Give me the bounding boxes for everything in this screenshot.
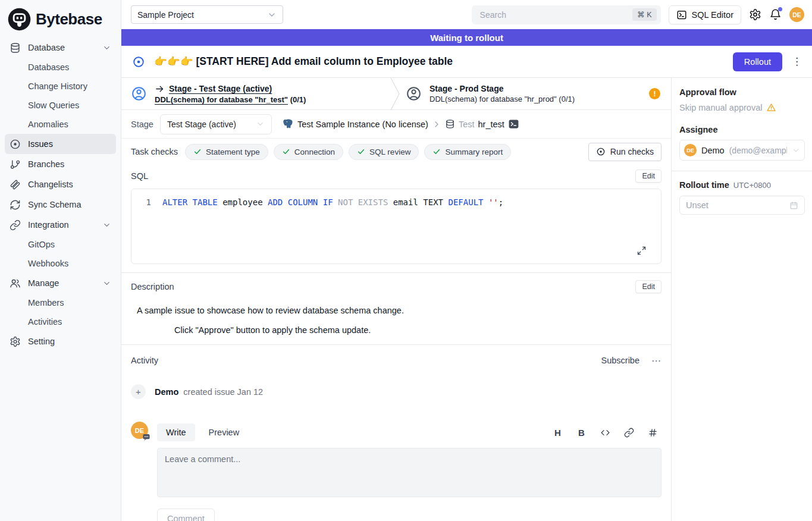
check-icon: [432, 147, 441, 156]
project-select-value: Sample Project: [137, 10, 194, 20]
rollout-time-input[interactable]: Unset: [679, 196, 805, 215]
branch-icon: [10, 159, 21, 170]
comment-submit-button[interactable]: Comment: [157, 509, 215, 521]
task-check-summary-report[interactable]: Summary report: [424, 144, 511, 160]
database-link[interactable]: hr_test: [478, 120, 504, 129]
description-edit-button[interactable]: Edit: [635, 280, 661, 293]
activity-item: + Demo created issue Jan 12: [131, 384, 661, 399]
expand-icon[interactable]: [637, 246, 647, 256]
sidebar-item-changelists[interactable]: Changelists: [5, 174, 116, 194]
warning-triangle-icon: [766, 102, 776, 112]
check-icon: [193, 147, 202, 156]
center-column: Stage - Test Stage (active) DDL(schema) …: [121, 78, 671, 521]
sidebar-item-label: Issues: [28, 139, 111, 149]
panel-divider: [672, 171, 812, 171]
subscribe-button[interactable]: Subscribe: [601, 356, 639, 365]
sql-editor[interactable]: 1 ALTER TABLE employee ADD COLUMN IF NOT…: [131, 189, 661, 264]
description-body: A sample issue to showcase how to review…: [131, 306, 661, 335]
user-avatar[interactable]: DE: [789, 7, 804, 22]
description-label: Description: [131, 282, 174, 291]
instance-link[interactable]: Test Sample Instance (No license): [297, 120, 428, 129]
sidebar-item-label: Integration: [28, 220, 102, 230]
chevron-right-icon: [432, 120, 441, 129]
sidebar-item-change-history[interactable]: Change History: [5, 77, 116, 96]
sidebar-item-label: Activities: [28, 317, 111, 327]
sidebar-item-label: Setting: [28, 337, 111, 346]
activity-menu-icon[interactable]: ⋯: [651, 355, 661, 366]
kebab-menu-icon[interactable]: ⋮: [792, 55, 802, 68]
activity-label: Activity: [131, 356, 158, 365]
bytebase-logo[interactable]: Bytebase: [5, 5, 116, 37]
sidebar-item-label: Manage: [28, 278, 102, 288]
task-check-sql-review[interactable]: SQL review: [349, 144, 419, 160]
rollout-time-title: Rollout time UTC+0800: [679, 180, 805, 190]
status-banner: Waiting to rollout: [121, 29, 812, 46]
stage-person-icon: [406, 86, 422, 102]
hash-icon[interactable]: [648, 428, 658, 438]
sidebar-item-gitops[interactable]: GitOps: [5, 235, 116, 254]
bold-icon[interactable]: B: [576, 428, 587, 438]
sidebar-item-branches[interactable]: Branches: [5, 154, 116, 174]
code-icon[interactable]: [600, 428, 610, 438]
sidebar-item-slow-queries[interactable]: Slow Queries: [5, 96, 116, 115]
issue-title: 👉👉👉 [START HERE] Add email column to Emp…: [154, 55, 453, 68]
sidebar-item-label: Sync Schema: [28, 200, 111, 209]
chevron-down-icon: [256, 120, 265, 128]
sidebar-item-setting[interactable]: Setting: [5, 331, 116, 351]
sidebar-item-databases[interactable]: Databases: [5, 58, 116, 77]
bell-glyph: [769, 13, 782, 23]
sidebar-item-anomalies[interactable]: Anomalies: [5, 115, 116, 134]
sidebar-item-integration[interactable]: Integration: [5, 215, 116, 235]
comment-input[interactable]: [157, 448, 661, 497]
sidebar-item-activities[interactable]: Activities: [5, 312, 116, 331]
task-check-connection[interactable]: Connection: [274, 144, 343, 160]
search-box[interactable]: ⌘ K: [472, 5, 661, 24]
sql-edit-button[interactable]: Edit: [635, 170, 661, 183]
notification-dot: [778, 7, 782, 11]
stage-card-prod[interactable]: Stage - Prod Stage DDL(schema) for datab…: [400, 78, 671, 109]
stage-select-value: Test Stage (active): [167, 120, 236, 129]
sidebar-item-issues[interactable]: Issues: [5, 134, 116, 154]
task-check-statement-type[interactable]: Statement type: [185, 144, 268, 160]
sidebar-item-webhooks[interactable]: Webhooks: [5, 254, 116, 273]
tab-preview[interactable]: Preview: [200, 423, 249, 441]
search-input[interactable]: [479, 10, 633, 20]
description-paragraph: A sample issue to showcase how to review…: [137, 306, 661, 315]
chevron-down-icon: [792, 146, 800, 155]
project-select[interactable]: Sample Project: [131, 5, 283, 24]
open-sql-editor-icon[interactable]: [508, 118, 519, 130]
gear-icon[interactable]: [749, 8, 761, 21]
bytebase-logo-icon: [7, 7, 32, 32]
sidebar-item-label: GitOps: [28, 240, 111, 249]
tab-write[interactable]: Write: [157, 423, 195, 441]
stage-task[interactable]: DDL(schema) for database "hr_test": [155, 95, 288, 104]
changelist-icon: [10, 179, 21, 190]
link-icon[interactable]: [624, 428, 634, 438]
sidebar-item-members[interactable]: Members: [5, 293, 116, 312]
sql-section: SQL Edit 1 ALTER TABLE employee ADD COLU…: [121, 165, 671, 272]
stage-select[interactable]: Test Stage (active): [160, 114, 272, 134]
check-icon: [357, 147, 365, 156]
sidebar-item-label: Database: [28, 43, 102, 52]
main-column: Sample Project ⌘ K SQL Editor DE Waiting…: [121, 0, 812, 521]
task-checks-label: Task checks: [131, 147, 178, 156]
bell-icon[interactable]: [769, 8, 782, 21]
sidebar-item-sync-schema[interactable]: Sync Schema: [5, 194, 116, 215]
heading-icon[interactable]: H: [553, 428, 563, 438]
sidebar-item-database[interactable]: Database: [5, 37, 116, 58]
sidebar-item-manage[interactable]: Manage: [5, 273, 116, 293]
comment-editor: DE Write Preview HB Comment: [131, 422, 661, 521]
link-icon: [10, 219, 21, 231]
rollout-button[interactable]: Rollout: [733, 52, 782, 71]
approval-flow-value: Skip manual approval: [679, 102, 805, 112]
chevron-down-icon: [102, 43, 111, 52]
stage-card-test[interactable]: Stage - Test Stage (active) DDL(schema) …: [121, 78, 390, 109]
sql-editor-button[interactable]: SQL Editor: [669, 5, 741, 24]
sidebar-nav: DatabaseDatabasesChange HistorySlow Quer…: [5, 37, 116, 351]
assignee-select[interactable]: DE Demo (demo@example: [679, 140, 805, 161]
issue-status-icon: [132, 55, 145, 68]
run-checks-button[interactable]: Run checks: [588, 143, 661, 161]
sidebar-item-label: Members: [28, 298, 111, 307]
stage-name[interactable]: Stage - Test Stage (active): [169, 84, 272, 93]
activity-actor: Demo: [155, 387, 178, 397]
